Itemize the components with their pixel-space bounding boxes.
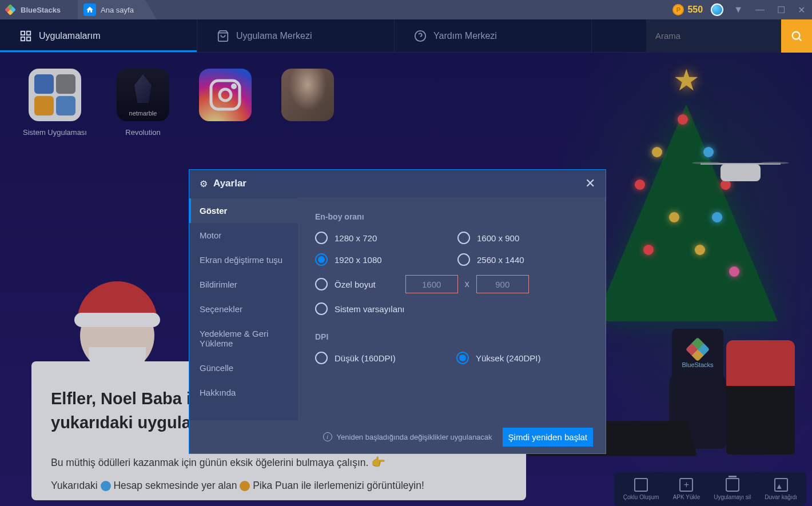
radio-icon — [315, 302, 328, 315]
radio-1920x1080[interactable]: 1920 x 1080 — [315, 253, 446, 266]
dpi-options: Düşük (160DPI) Yüksek (240DPI) — [315, 352, 588, 364]
brand-text: BlueStacks — [21, 6, 61, 14]
close-button[interactable]: ✕ — [795, 2, 807, 18]
dropdown-icon[interactable]: ▼ — [731, 2, 745, 17]
modal-body: Göster Motor Ekran değiştirme tuşu Bildi… — [189, 197, 606, 420]
home-icon — [83, 3, 96, 16]
bluestacks-logo-icon — [5, 4, 16, 15]
restart-info: i Yeniden başladığında değişiklikler uyg… — [323, 432, 492, 441]
coin-icon: P — [672, 4, 684, 15]
dpi-section: DPI Düşük (160DPI) Yüksek (240DPI) — [315, 332, 588, 364]
modal-title: Ayarlar — [213, 178, 246, 189]
account-icon[interactable] — [711, 3, 723, 16]
restart-button[interactable]: Şimdi yeniden başlat — [503, 428, 593, 447]
sidebar-item-about[interactable]: Hakkında — [189, 380, 298, 405]
main-area: ★ B — [0, 53, 812, 506]
settings-modal: ⚙ Ayarlar ✕ Göster Motor Ekran değiştirm… — [189, 169, 606, 454]
settings-sidebar: Göster Motor Ekran değiştirme tuşu Bildi… — [189, 197, 298, 420]
titlebar: BlueStacks Ana sayfa P 550 ▼ — ☐ ✕ — [0, 0, 812, 19]
sidebar-item-options[interactable]: Seçenekler — [189, 297, 298, 321]
nav-help-center[interactable]: Yardım Merkezi — [395, 19, 592, 52]
nav-my-apps[interactable]: Uygulamalarım — [0, 19, 197, 52]
nav-help-center-label: Yardım Merkezi — [433, 31, 497, 41]
dimension-separator: x — [465, 279, 469, 289]
help-icon — [414, 30, 427, 42]
navbar: Uygulamalarım Uygulama Merkezi Yardım Me… — [0, 19, 812, 53]
modal-header: ⚙ Ayarlar ✕ — [189, 170, 606, 197]
radio-icon — [315, 352, 328, 364]
resolution-options: 1280 x 720 1600 x 900 1920 x 1080 2560 x… — [315, 232, 588, 315]
radio-custom-size[interactable]: Özel boyut x — [315, 275, 588, 293]
custom-size-inputs: x — [405, 275, 529, 293]
dpi-label: DPI — [315, 332, 588, 341]
svg-rect-2 — [21, 37, 25, 40]
radio-icon — [457, 253, 470, 266]
radio-2560x1440[interactable]: 2560 x 1440 — [457, 253, 588, 266]
info-icon: i — [323, 432, 332, 441]
nav-app-center-label: Uygulama Merkezi — [236, 31, 312, 41]
svg-rect-1 — [27, 31, 30, 34]
points-value: 550 — [687, 5, 703, 15]
aspect-ratio-label: En-boy oranı — [315, 212, 588, 221]
points-badge[interactable]: P 550 — [672, 4, 703, 15]
radio-icon — [315, 232, 328, 244]
search-input[interactable] — [646, 19, 781, 53]
titlebar-controls: P 550 ▼ — ☐ ✕ — [672, 2, 807, 18]
tab-home-label: Ana sayfa — [101, 6, 134, 14]
search-icon — [790, 30, 803, 42]
bag-icon — [217, 30, 229, 42]
radio-icon — [315, 253, 328, 266]
radio-dpi-high[interactable]: Yüksek (240DPI) — [456, 352, 588, 364]
maximize-button[interactable]: ☐ — [775, 2, 787, 18]
svg-rect-0 — [21, 31, 25, 34]
radio-1280x720[interactable]: 1280 x 720 — [315, 232, 446, 244]
tab-home[interactable]: Ana sayfa — [78, 0, 145, 19]
modal-footer: i Yeniden başladığında değişiklikler uyg… — [189, 420, 606, 453]
sidebar-item-engine[interactable]: Motor — [189, 223, 298, 248]
radio-1600x900[interactable]: 1600 x 900 — [457, 232, 588, 244]
search-box — [646, 19, 812, 52]
search-button[interactable] — [781, 19, 812, 53]
sidebar-item-notifications[interactable]: Bildirimler — [189, 272, 298, 297]
gear-icon: ⚙ — [200, 178, 208, 189]
settings-content: En-boy oranı 1280 x 720 1600 x 900 1920 … — [298, 197, 606, 420]
modal-close-button[interactable]: ✕ — [585, 176, 595, 191]
nav-my-apps-label: Uygulamalarım — [39, 31, 101, 41]
custom-height-input[interactable] — [476, 275, 529, 293]
sidebar-item-screen-toggle[interactable]: Ekran değiştirme tuşu — [189, 248, 298, 272]
brand-area: BlueStacks — [5, 4, 61, 15]
radio-icon — [457, 232, 470, 244]
custom-width-input[interactable] — [405, 275, 458, 293]
radio-system-default[interactable]: Sistem varsayılanı — [315, 302, 588, 315]
radio-dpi-low[interactable]: Düşük (160DPI) — [315, 352, 447, 364]
grid-icon — [19, 30, 32, 42]
sidebar-item-backup[interactable]: Yedekleme & Geri Yükleme — [189, 321, 298, 356]
svg-rect-3 — [27, 37, 30, 40]
radio-icon — [315, 278, 328, 290]
svg-line-8 — [799, 38, 801, 41]
sidebar-item-display[interactable]: Göster — [189, 198, 298, 223]
sidebar-item-update[interactable]: Güncelle — [189, 356, 298, 380]
minimize-button[interactable]: — — [753, 2, 767, 17]
radio-icon — [456, 352, 469, 364]
svg-point-7 — [793, 31, 800, 39]
nav-app-center[interactable]: Uygulama Merkezi — [197, 19, 395, 52]
